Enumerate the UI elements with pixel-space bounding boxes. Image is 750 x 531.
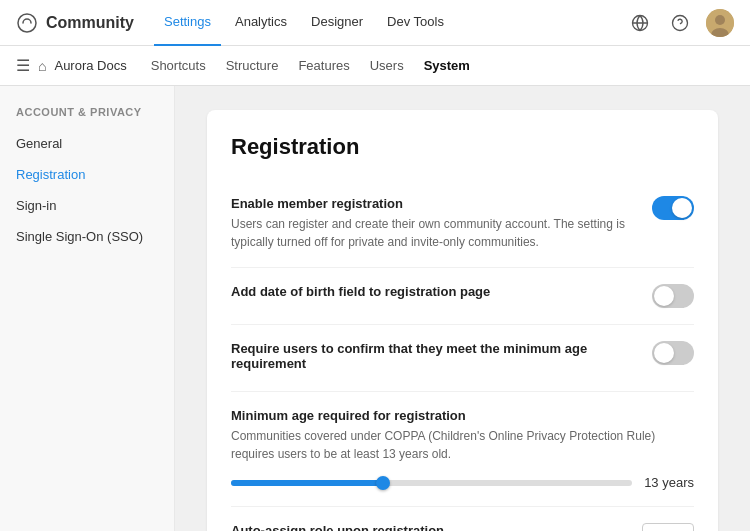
nav-devtools[interactable]: Dev Tools	[377, 0, 454, 46]
sidebar-item-registration[interactable]: Registration	[0, 159, 174, 190]
user-avatar[interactable]	[706, 9, 734, 37]
second-nav-structure[interactable]: Structure	[226, 54, 279, 77]
slider-thumb[interactable]	[376, 476, 390, 490]
setting-auto-role-left: Auto-assign role upon registration N/A	[231, 523, 626, 531]
second-nav-links: Shortcuts Structure Features Users Syste…	[151, 54, 470, 77]
help-icon[interactable]	[666, 9, 694, 37]
slider-fill	[231, 480, 383, 486]
auto-role-right: Edit	[642, 523, 694, 531]
sidebar-section-title: ACCOUNT & PRIVACY	[0, 106, 174, 128]
site-title[interactable]: Aurora Docs	[54, 58, 126, 73]
content-area: Registration Enable member registration …	[175, 86, 750, 531]
dob-label: Add date of birth field to registration …	[231, 284, 636, 299]
svg-point-1	[673, 15, 688, 30]
setting-confirm-age: Require users to confirm that they meet …	[231, 325, 694, 392]
logo-icon	[16, 12, 38, 34]
edit-button[interactable]: Edit	[642, 523, 694, 531]
nav-links: Settings Analytics Designer Dev Tools	[154, 0, 626, 46]
slider-track[interactable]	[231, 480, 632, 486]
setting-confirm-age-left: Require users to confirm that they meet …	[231, 341, 636, 375]
second-nav-features[interactable]: Features	[298, 54, 349, 77]
app-name: Community	[46, 14, 134, 32]
min-age-title: Minimum age required for registration	[231, 408, 694, 423]
enable-registration-toggle[interactable]	[652, 196, 694, 220]
enable-registration-desc: Users can register and create their own …	[231, 215, 636, 251]
second-nav-left: ☰ ⌂ Aurora Docs	[16, 56, 127, 75]
home-icon[interactable]: ⌂	[38, 58, 46, 74]
toggle-knob	[672, 198, 692, 218]
top-nav-right	[626, 9, 734, 37]
svg-point-3	[715, 15, 725, 25]
setting-enable-registration: Enable member registration Users can reg…	[231, 180, 694, 268]
enable-registration-label: Enable member registration	[231, 196, 636, 211]
toggle-knob	[654, 286, 674, 306]
slider-wrapper	[231, 480, 632, 486]
globe-icon[interactable]	[626, 9, 654, 37]
nav-analytics[interactable]: Analytics	[225, 0, 297, 46]
second-nav-system[interactable]: System	[424, 54, 470, 77]
second-nav-users[interactable]: Users	[370, 54, 404, 77]
top-nav: Community Settings Analytics Designer De…	[0, 0, 750, 46]
nav-settings[interactable]: Settings	[154, 0, 221, 46]
confirm-age-label: Require users to confirm that they meet …	[231, 341, 636, 371]
sidebar-item-general[interactable]: General	[0, 128, 174, 159]
confirm-age-toggle[interactable]	[652, 341, 694, 365]
toggle-knob	[654, 343, 674, 363]
setting-dob: Add date of birth field to registration …	[231, 268, 694, 325]
confirm-age-right	[652, 341, 694, 365]
sidebar-item-sso[interactable]: Single Sign-On (SSO)	[0, 221, 174, 252]
hamburger-icon[interactable]: ☰	[16, 56, 30, 75]
second-nav-shortcuts[interactable]: Shortcuts	[151, 54, 206, 77]
slider-value: 13 years	[644, 475, 694, 490]
settings-card: Registration Enable member registration …	[207, 110, 718, 531]
setting-auto-role: Auto-assign role upon registration N/A E…	[231, 507, 694, 531]
setting-enable-registration-left: Enable member registration Users can reg…	[231, 196, 636, 251]
page-title: Registration	[231, 134, 694, 160]
sidebar-item-signin[interactable]: Sign-in	[0, 190, 174, 221]
dob-right	[652, 284, 694, 308]
setting-min-age: Minimum age required for registration Co…	[231, 392, 694, 507]
app-logo[interactable]: Community	[16, 12, 134, 34]
enable-registration-right	[652, 196, 694, 220]
dob-toggle[interactable]	[652, 284, 694, 308]
auto-role-label: Auto-assign role upon registration	[231, 523, 626, 531]
nav-designer[interactable]: Designer	[301, 0, 373, 46]
main-layout: ACCOUNT & PRIVACY General Registration S…	[0, 86, 750, 531]
second-nav: ☰ ⌂ Aurora Docs Shortcuts Structure Feat…	[0, 46, 750, 86]
setting-dob-left: Add date of birth field to registration …	[231, 284, 636, 303]
min-age-desc: Communities covered under COPPA (Childre…	[231, 427, 694, 463]
sidebar: ACCOUNT & PRIVACY General Registration S…	[0, 86, 175, 531]
slider-row: 13 years	[231, 475, 694, 490]
